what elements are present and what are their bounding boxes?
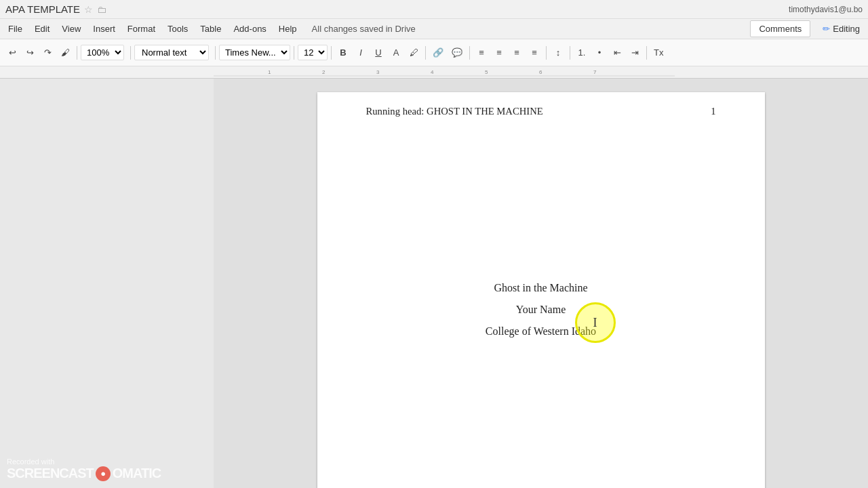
menu-bar: File Edit View Insert Format Tools Table… [0, 19, 868, 39]
screencast-logo: SCREENCAST ● OMATIC [7, 466, 161, 481]
menu-file[interactable]: File [3, 21, 28, 37]
menu-table[interactable]: Table [195, 21, 226, 37]
editing-label: Editing [833, 24, 860, 34]
separator-2 [130, 46, 131, 60]
paint-format-button[interactable]: 🖌 [57, 45, 73, 60]
text-color-button[interactable]: A [388, 45, 404, 60]
separator-9 [570, 46, 570, 60]
highlight-button[interactable]: 🖊 [406, 45, 422, 60]
document-title-text: Ghost in the Machine [366, 282, 716, 294]
svg-text:4: 4 [431, 69, 434, 75]
zoom-selector[interactable]: 100% [81, 45, 124, 60]
svg-text:5: 5 [485, 69, 488, 75]
menu-edit[interactable]: Edit [29, 21, 55, 37]
recorded-with-text: Recorded with [7, 458, 161, 466]
menu-addons[interactable]: Add-ons [228, 21, 271, 37]
folder-icon[interactable]: 🗀 [97, 4, 106, 15]
menu-tools[interactable]: Tools [162, 21, 193, 37]
increase-indent-button[interactable]: ⇥ [627, 45, 643, 60]
screencast-watermark: Recorded with SCREENCAST ● OMATIC [7, 458, 161, 481]
author-name: Your Name [366, 304, 716, 316]
link-button[interactable]: 🔗 [429, 45, 447, 60]
left-panel [0, 79, 214, 488]
user-email: timothydavis1@u.bo [789, 5, 863, 14]
document-body: Ghost in the Machine Your Name College o… [366, 282, 716, 338]
toolbar: ↩ ↪ ↷ 🖌 100% Normal text Heading 1 Headi… [0, 39, 868, 66]
bullet-list-button[interactable]: • [591, 45, 608, 60]
menu-format[interactable]: Format [122, 21, 161, 37]
line-spacing-button[interactable]: ↕ [550, 45, 566, 60]
separator-1 [77, 46, 77, 60]
italic-button[interactable]: I [353, 45, 369, 60]
title-bar-left: APA TEMPLATE ☆ 🗀 [5, 3, 106, 15]
comments-button[interactable]: Comments [750, 20, 810, 37]
bold-button[interactable]: B [335, 45, 351, 60]
running-head-text: Running head: GHOST IN THE MACHINE [366, 106, 543, 117]
menu-help[interactable]: Help [273, 21, 302, 37]
star-icon[interactable]: ☆ [84, 4, 93, 15]
separator-7 [469, 46, 470, 60]
document-area[interactable]: Running head: GHOST IN THE MACHINE 1 Gho… [214, 79, 868, 488]
page-number: 1 [711, 106, 715, 117]
decrease-indent-button[interactable]: ⇤ [609, 45, 625, 60]
style-selector[interactable]: Normal text Heading 1 Heading 2 [134, 45, 209, 60]
svg-text:2: 2 [322, 69, 326, 75]
ordered-list-button[interactable]: 1. [574, 45, 590, 60]
paper[interactable]: Running head: GHOST IN THE MACHINE 1 Gho… [317, 92, 765, 488]
svg-text:6: 6 [539, 69, 542, 75]
align-center-button[interactable]: ≡ [491, 45, 507, 60]
main-area: Running head: GHOST IN THE MACHINE 1 Gho… [0, 79, 868, 488]
ruler: 1 2 3 4 5 6 7 [0, 66, 868, 79]
svg-text:1: 1 [268, 69, 271, 75]
separator-4 [294, 46, 294, 60]
running-head: Running head: GHOST IN THE MACHINE 1 [366, 106, 716, 117]
separator-8 [546, 46, 547, 60]
svg-text:7: 7 [593, 69, 597, 75]
redo2-button[interactable]: ↷ [39, 45, 56, 60]
separator-3 [215, 46, 216, 60]
brand-suffix: OMATIC [113, 466, 161, 481]
comment-button[interactable]: 💬 [448, 45, 466, 60]
separator-10 [646, 46, 647, 60]
menu-view[interactable]: View [56, 21, 86, 37]
brand-text: SCREENCAST [7, 466, 94, 481]
align-left-button[interactable]: ≡ [473, 45, 490, 60]
title-bar: APA TEMPLATE ☆ 🗀 timothydavis1@u.bo [0, 0, 868, 19]
svg-text:3: 3 [376, 69, 380, 75]
separator-5 [331, 46, 332, 60]
clear-formatting-button[interactable]: Tx [650, 45, 667, 60]
ruler-content: 1 2 3 4 5 6 7 [214, 66, 868, 78]
redo-button[interactable]: ↪ [22, 45, 38, 60]
document-title: APA TEMPLATE [5, 3, 80, 15]
align-justify-button[interactable]: ≡ [526, 45, 542, 60]
align-right-button[interactable]: ≡ [509, 45, 525, 60]
underline-button[interactable]: U [370, 45, 387, 60]
institution-name: College of Western Idaho [366, 325, 716, 338]
font-selector[interactable]: Times New... Arial Verdana [219, 45, 290, 60]
pencil-icon: ✏ [823, 24, 830, 34]
font-size-selector[interactable]: 12 10 11 14 [298, 45, 328, 60]
menu-insert[interactable]: Insert [87, 21, 121, 37]
sc-circle: ● [96, 466, 111, 481]
separator-6 [425, 46, 426, 60]
undo-button[interactable]: ↩ [4, 45, 20, 60]
editing-button[interactable]: ✏ Editing [817, 21, 865, 37]
save-status: All changes saved in Drive [312, 24, 416, 34]
